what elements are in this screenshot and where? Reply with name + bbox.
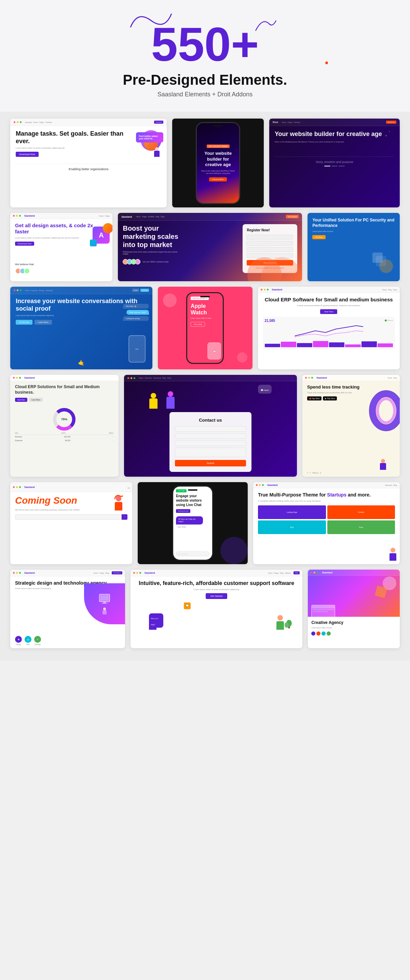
logo: Saasland (322, 571, 332, 574)
form-field-subject[interactable] (175, 441, 246, 446)
form-field-email[interactable] (175, 433, 246, 439)
dot-green (19, 486, 21, 488)
metric-icon: ★ (17, 638, 20, 641)
nav-item: Pages (142, 216, 147, 218)
card-subtitle: A simple cloud-based software for growin… (263, 304, 395, 307)
bar (297, 343, 312, 347)
feature-label: Shop (359, 526, 363, 528)
nav-item: Home (268, 572, 272, 574)
footer-text: Story, emotion and purpose (275, 156, 394, 164)
nav-item: Features (31, 290, 38, 291)
card-subtitle: Lorem ipsum dolor sit amet consectetur a… (16, 147, 130, 149)
dashboard-preview: 21,585 Revenue (263, 317, 395, 349)
card-multipurpose: Saasland Elements Blog True Multi-Purpos… (253, 482, 400, 564)
phone-button[interactable]: Discover More (209, 177, 227, 181)
table-header: Item (15, 432, 19, 434)
svg-point-1 (382, 132, 383, 132)
nav-button[interactable]: Get Started (386, 121, 396, 124)
chat-icon: 💬 (186, 604, 189, 607)
card-conversations: Home Features Pricing Saasland Login Try… (10, 287, 153, 369)
login-button[interactable]: Login (132, 289, 139, 292)
emoji-hand: 🤙 (78, 360, 85, 366)
get-started-button[interactable]: Get Started (206, 593, 227, 599)
watch-display: ⌚ (207, 342, 221, 360)
person-illustration (380, 459, 386, 470)
svg-point-19 (284, 622, 289, 628)
form-field-message[interactable] (175, 448, 246, 457)
card-heading: Boost your marketing scales into top mar… (123, 224, 184, 249)
form-field-lastname[interactable] (247, 241, 293, 246)
nav-button[interactable]: Download (154, 121, 164, 124)
form-field-firstname[interactable] (247, 235, 293, 240)
person-illustration (108, 496, 129, 523)
nav-item: Pages (105, 215, 110, 217)
card-customer-support: Saasland Home Pages Blog Addons Start In… (130, 570, 303, 648)
logo: Saasland (267, 484, 278, 486)
header-description: Saasland Elements + Droit Addons (7, 91, 403, 98)
metric-label: Strategy (34, 643, 41, 646)
nav-item: Home (94, 572, 98, 574)
logo: Rave (273, 121, 278, 123)
card-heading: True Multi-Purpose Theme for Startups an… (258, 492, 395, 498)
dot-red (127, 377, 129, 379)
get-started-button[interactable]: Get Started (286, 215, 299, 218)
nav-item: Saasland (45, 290, 52, 291)
try-button[interactable]: Try Now (312, 235, 325, 239)
dot-green (20, 290, 22, 291)
illustration (84, 583, 125, 624)
form-field-extra[interactable] (247, 253, 293, 258)
phone-notch (213, 125, 223, 126)
chat-input[interactable]: Type a message... (176, 552, 210, 556)
nav-item: Home (282, 121, 286, 123)
metric-label: Design (15, 643, 22, 646)
svg-rect-16 (100, 595, 109, 601)
get-started-btn[interactable]: Get Started (112, 571, 122, 574)
card-heading: Manage tasks. Set goals. Easier than eve… (16, 130, 130, 145)
learn-more-button[interactable]: Learn More (35, 320, 52, 325)
form-field-email[interactable] (247, 247, 293, 252)
feature-label: Portfolio (358, 511, 364, 513)
trial-button[interactable]: Trial chat for free (176, 509, 190, 513)
form-field-name[interactable] (175, 426, 246, 431)
download-button[interactable]: Download Now (15, 242, 34, 246)
dot-yellow (16, 377, 18, 379)
card-design-assets: Saasland Home Pages Get all design asset… (10, 213, 113, 281)
grid-row-3: Home Features Pricing Saasland Login Try… (10, 287, 400, 369)
metric-label: Tech (25, 643, 32, 646)
card-spend-less-time: Saasland Home Blog Spend less time track… (302, 375, 400, 477)
start-button[interactable]: Start Now (320, 309, 337, 314)
card-tagline: Rave is the Multipurpose Wordpress Theme… (275, 141, 394, 143)
learn-button[interactable]: Learn More (29, 398, 43, 402)
dot-green (19, 377, 21, 379)
svg-text:75%: 75% (61, 418, 67, 421)
card-coming-soon: Saasland be Coming Soon We will be back … (10, 482, 132, 564)
logo: Saasland (24, 572, 35, 574)
nav-item: Pricing (39, 290, 44, 291)
card-heading: Cloud ERP Software for Small and medium … (263, 296, 395, 303)
phone-tag: GET THE BEST THEME (207, 145, 230, 148)
email-input[interactable] (15, 514, 122, 520)
try-free-button[interactable]: Try for free (16, 320, 32, 325)
join-text: Join over 36000+ marketers today (143, 261, 168, 263)
signup-button[interactable]: Try Now (140, 289, 149, 292)
start-button[interactable]: Start Now (15, 398, 27, 402)
dot-green (267, 289, 269, 290)
header-section: 550+ Pre-Designed Elements. Saasland Ele… (0, 0, 410, 112)
phone-illustration: App (129, 335, 146, 363)
dot-yellow (308, 377, 310, 379)
dot-red (14, 290, 15, 291)
nav-button[interactable]: Start (294, 571, 300, 574)
dot-red (13, 572, 15, 574)
slider-dot (331, 166, 338, 166)
dot-yellow (259, 484, 261, 486)
logo: Saasland (145, 572, 155, 574)
swatch (321, 632, 326, 636)
download-button[interactable]: Download Now (16, 152, 39, 157)
submit-button[interactable]: Submit (175, 460, 246, 466)
shop-button[interactable]: Go to shop (191, 322, 205, 327)
bottom-section: Creative Agency Lorem ipsum dolor sit am… (308, 617, 400, 648)
gradient-bg: Saasland (308, 570, 400, 617)
dot-red (13, 486, 15, 488)
dot-green (317, 572, 318, 573)
svg-point-12 (378, 399, 395, 423)
